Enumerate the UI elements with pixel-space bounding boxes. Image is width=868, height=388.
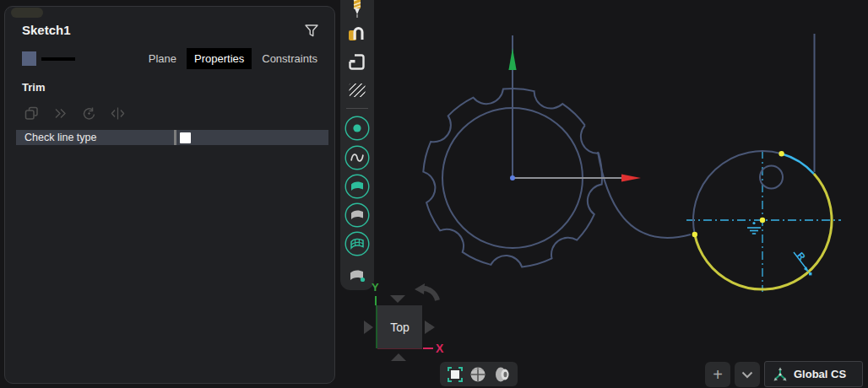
small-circle[interactable] — [760, 166, 783, 189]
chevron-down-icon — [741, 371, 753, 379]
camera-lens-icon[interactable] — [493, 366, 512, 383]
coordinate-system-icon — [773, 367, 788, 382]
nav-y-axis-label: Y — [372, 281, 379, 294]
origin-point[interactable] — [510, 175, 515, 181]
sketch-color-swatch[interactable] — [22, 51, 36, 66]
coordinate-system-button[interactable]: Global CS — [764, 361, 863, 387]
sheet-tool[interactable] — [344, 261, 370, 287]
coordinate-system-label: Global CS — [794, 368, 846, 380]
panel-title: Sketch1 — [22, 23, 71, 37]
hatch-icon[interactable] — [350, 84, 366, 97]
sketch-properties-panel: Sketch1 Plane Properties Constraints Tri… — [4, 6, 335, 384]
frame-view-icon[interactable] — [447, 366, 464, 383]
nav-cube[interactable]: Top — [377, 305, 422, 348]
rotate-copy-icon[interactable] — [81, 105, 97, 121]
circle-arc-line[interactable] — [693, 151, 782, 234]
line-style-swatch[interactable] — [41, 57, 75, 61]
expand-chevron-button[interactable] — [735, 362, 760, 387]
nav-arrow-up[interactable] — [390, 295, 405, 303]
nav-cube-face-label[interactable]: Top — [377, 305, 422, 348]
surface-alt-tool[interactable] — [344, 202, 370, 228]
window-drag-pill[interactable] — [11, 8, 43, 18]
duplicate-icon[interactable] — [24, 105, 40, 121]
nav-y-axis-tick — [375, 296, 377, 305]
circle-arc-construction[interactable] — [782, 154, 814, 174]
radius-handle-dot[interactable] — [809, 272, 811, 275]
circle-center-dot[interactable] — [760, 218, 765, 223]
sketch-endpoint-dot[interactable] — [692, 232, 697, 237]
panel-tab-bar: Plane Properties Constraints — [147, 48, 319, 69]
tangent-connector-curve[interactable] — [598, 152, 691, 238]
check-line-type-checkbox[interactable] — [180, 132, 191, 143]
property-row-check-line-type: Check line type — [16, 130, 328, 145]
tab-plane[interactable]: Plane — [147, 48, 178, 69]
y-axis-arrow — [508, 48, 516, 70]
radius-dimension-label[interactable]: R — [795, 251, 807, 262]
property-divider-handle[interactable] — [174, 130, 176, 145]
nav-arrow-down[interactable] — [391, 353, 406, 361]
view-options-bar — [440, 362, 518, 386]
add-button[interactable]: + — [705, 362, 730, 387]
property-label: Check line type — [16, 132, 174, 143]
orbit-sphere-icon[interactable] — [469, 366, 486, 383]
sketch-toolbar-strip — [340, 0, 374, 290]
fast-forward-icon[interactable] — [52, 105, 68, 121]
filter-icon[interactable] — [304, 24, 319, 39]
nav-x-axis-label: X — [436, 342, 443, 355]
nav-x-axis-segment — [423, 348, 433, 349]
nav-arrow-right[interactable] — [425, 321, 435, 334]
anchor-constraint-icon — [752, 222, 755, 224]
toolbar-divider — [346, 108, 368, 109]
cad-application-window: R Sketch1 Plane Properties Constraints T… — [0, 0, 868, 388]
sketch-endpoint-dot[interactable] — [778, 151, 784, 156]
vise-icon[interactable] — [347, 25, 367, 44]
grid-surface-tool[interactable] — [344, 231, 370, 256]
x-axis-arrow — [621, 175, 641, 182]
circle-arc-selection[interactable] — [695, 174, 832, 289]
point-tool[interactable] — [344, 116, 370, 141]
trim-tool-row — [24, 105, 126, 121]
tab-constraints[interactable]: Constraints — [260, 48, 319, 69]
mirror-icon[interactable] — [110, 105, 126, 121]
surface-tool[interactable] — [344, 174, 370, 199]
pocket-icon[interactable] — [348, 53, 366, 72]
tab-properties[interactable]: Properties — [187, 48, 252, 69]
spline-tool[interactable] — [344, 145, 370, 170]
drill-icon[interactable] — [348, 0, 366, 19]
section-label-trim: Trim — [22, 81, 45, 94]
nav-arrow-left[interactable] — [364, 321, 373, 334]
